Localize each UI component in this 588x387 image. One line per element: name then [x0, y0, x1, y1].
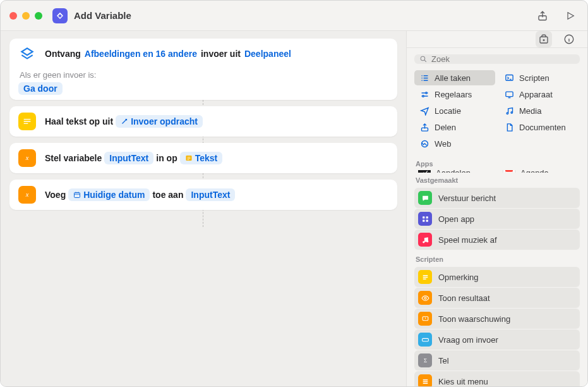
category-icon — [419, 89, 429, 99]
window-title: Add Variable — [74, 10, 131, 21]
category-label: Web — [435, 139, 452, 149]
variable-name-token[interactable]: InputText — [104, 152, 153, 164]
receive-icon — [18, 45, 36, 63]
action-label: Open app — [438, 214, 474, 224]
action-add-to-variable[interactable]: x Voeg Huidige datum toe aan InputText — [9, 180, 397, 210]
info-button[interactable] — [561, 31, 577, 47]
category-documenten[interactable]: Documenten — [499, 120, 580, 135]
action-label: Stel variabele — [45, 153, 102, 163]
action-mid: invoer uit — [201, 49, 241, 59]
input-types-token[interactable]: Afbeeldingen en 16 andere — [83, 47, 198, 60]
library-button[interactable] — [536, 31, 552, 47]
action-icon — [418, 270, 432, 284]
action-item[interactable]: Kies uit menu — [414, 371, 580, 386]
workflow-canvas[interactable]: Ontvang Afbeeldingen en 16 andere invoer… — [1, 31, 406, 386]
no-input-label: Als er geen invoer is: — [18, 70, 388, 80]
category-label: Media — [519, 106, 541, 116]
action-item[interactable]: Vraag om invoer — [414, 329, 580, 350]
variable-target-token[interactable]: InputText — [186, 188, 235, 201]
category-scripten[interactable]: Scripten — [499, 70, 580, 85]
svg-point-12 — [507, 113, 508, 114]
svg-point-9 — [425, 92, 427, 94]
action-item[interactable]: Toon waarschuwing — [414, 309, 580, 329]
svg-text:Σ: Σ — [423, 357, 426, 364]
svg-point-10 — [422, 95, 424, 97]
action-label: Opmerking — [438, 273, 479, 282]
category-label: Apparaat — [519, 90, 553, 99]
action-icon — [418, 291, 432, 305]
category-delen[interactable]: Delen — [414, 120, 495, 135]
category-web[interactable]: Web — [414, 136, 495, 151]
category-icon — [419, 73, 429, 83]
action-item[interactable]: Opmerking — [414, 267, 580, 287]
action-label: Kies uit menu — [438, 377, 488, 386]
action-mid: toe aan — [152, 190, 183, 200]
svg-point-7 — [421, 56, 425, 61]
svg-rect-20 — [423, 216, 424, 218]
svg-rect-8 — [505, 75, 512, 80]
action-icon: Σ — [418, 353, 432, 367]
scripts-list: OpmerkingToon resultaatToon waarschuwing… — [407, 266, 587, 386]
action-item[interactable]: Speel muziek af — [414, 230, 580, 250]
category-alle-taken[interactable]: Alle taken — [414, 70, 495, 85]
close-button[interactable] — [9, 12, 17, 20]
category-locatie[interactable]: Locatie — [414, 103, 495, 118]
action-item[interactable]: Verstuur bericht — [414, 188, 580, 208]
svg-rect-17 — [505, 170, 513, 172]
svg-point-25 — [426, 240, 428, 242]
action-label: Toon resultaat — [438, 293, 490, 303]
action-item[interactable]: Open app — [414, 209, 580, 229]
pinned-list: Verstuur berichtOpen appSpeel muziek af — [407, 187, 587, 252]
action-get-text[interactable]: Haal tekst op uit Invoer opdracht — [9, 106, 397, 137]
scripts-section-title: Scripten — [407, 252, 587, 266]
svg-rect-28 — [422, 338, 428, 341]
variable-icon: x — [18, 186, 36, 204]
category-label: Alle taken — [435, 73, 471, 83]
svg-rect-11 — [505, 92, 512, 97]
apps-section-title: Apps — [407, 156, 587, 170]
action-set-variable[interactable]: x Stel variabele InputText in op Tekst — [9, 143, 397, 173]
action-item[interactable]: ΣTel — [414, 350, 580, 371]
value-token[interactable]: Tekst — [180, 152, 223, 164]
action-label: Ontvang — [45, 49, 81, 59]
category-icon — [504, 89, 514, 99]
action-icon — [418, 233, 432, 247]
category-apparaat[interactable]: Apparaat — [499, 87, 580, 102]
titlebar: Add Variable — [1, 1, 587, 31]
minimize-button[interactable] — [22, 12, 30, 20]
action-label: Voeg — [45, 190, 66, 200]
action-library-sidebar: Alle takenScriptenRegelaarsApparaatLocat… — [406, 31, 587, 386]
svg-point-13 — [511, 111, 513, 113]
shortcut-icon — [52, 8, 68, 23]
action-label: Haal tekst op uit — [45, 116, 113, 126]
svg-rect-4 — [75, 193, 80, 198]
action-icon — [418, 374, 432, 386]
window: Add Variable Ontvang Afbeeldinge — [0, 0, 588, 387]
category-label: Delen — [435, 123, 456, 132]
action-label: Verstuur bericht — [438, 194, 496, 203]
text-icon — [18, 113, 36, 130]
action-item[interactable]: Toon resultaat — [414, 288, 580, 308]
svg-rect-21 — [426, 216, 428, 218]
pinned-section-title: Vastgemaakt — [407, 173, 587, 187]
action-receive-input[interactable]: Ontvang Afbeeldingen en 16 andere invoer… — [9, 39, 397, 100]
search-icon — [419, 55, 428, 63]
share-button[interactable] — [534, 8, 551, 24]
category-icon — [419, 122, 429, 132]
zoom-button[interactable] — [35, 12, 42, 20]
no-input-behavior-token[interactable]: Ga door — [18, 82, 63, 95]
magic-var-token[interactable]: Invoer opdracht — [116, 115, 203, 128]
category-grid: Alle takenScriptenRegelaarsApparaatLocat… — [407, 69, 587, 156]
source-token[interactable]: Deelpaneel — [243, 47, 292, 60]
svg-point-26 — [424, 297, 426, 298]
search-input[interactable] — [431, 54, 575, 64]
category-regelaars[interactable]: Regelaars — [414, 87, 495, 102]
date-token[interactable]: Huidige datum — [68, 188, 150, 201]
category-media[interactable]: Media — [499, 103, 580, 118]
action-label: Speel muziek af — [438, 235, 497, 245]
search-field[interactable] — [414, 54, 580, 64]
run-button[interactable] — [562, 8, 579, 24]
action-label: Tel — [438, 356, 449, 366]
action-icon — [418, 312, 432, 326]
svg-rect-23 — [426, 219, 428, 221]
